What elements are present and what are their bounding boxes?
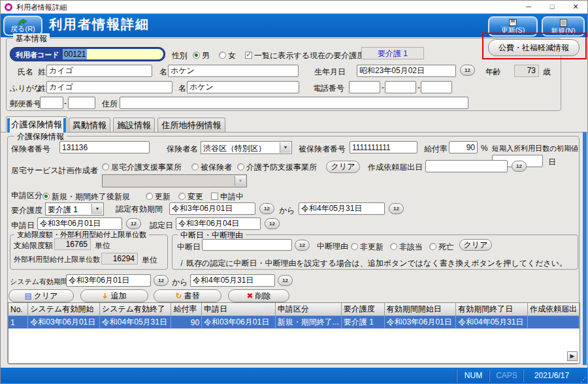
close-button[interactable]: ✕ (564, 1, 587, 13)
titlebar: 利用者情報詳細 ─ □ ✕ (1, 1, 587, 14)
insurer-name-select[interactable]: 渋谷区（特別区） ▼ (201, 141, 292, 154)
apply-date-calendar-icon[interactable]: 12 (126, 218, 141, 229)
birth-calendar-icon[interactable]: 12 (460, 65, 475, 76)
reason-clear-button[interactable]: クリア (459, 239, 492, 251)
request-date-input[interactable] (425, 160, 508, 172)
planner-radio-3[interactable]: 介護予防支援事業所 (237, 162, 317, 173)
zip-input-1[interactable] (40, 97, 63, 109)
radio-male-icon (193, 52, 200, 59)
furi-sei-input[interactable] (46, 81, 172, 93)
table-header-cell[interactable]: No. (8, 303, 28, 316)
table: No.システム有効開始システム有効終了給付率申請日申請区分要介護度有効期間開始日… (8, 303, 580, 328)
system-to-input[interactable] (190, 274, 275, 287)
zip-input-2[interactable] (68, 97, 95, 109)
tab-idou[interactable]: 異動情報 (69, 118, 110, 132)
update-button[interactable]: 更新(S) (488, 16, 538, 37)
table-header-cell[interactable]: 要介護度 (341, 303, 384, 316)
new-button-label: 新規(N) (551, 27, 575, 35)
add-button[interactable]: ➜追加 (80, 289, 148, 302)
request-date-calendar-icon[interactable]: 12 (512, 161, 527, 172)
gender-male-radio[interactable]: 男 (193, 50, 210, 61)
planner-radio-1[interactable]: 居宅介護支援事業所 (102, 162, 182, 173)
furi-mei-input[interactable] (187, 81, 299, 93)
insured-no-label: 被保険者番号 (299, 144, 346, 155)
planner-clear-button[interactable]: クリア (326, 161, 360, 173)
gender-female-radio[interactable]: 女 (219, 50, 236, 61)
care-level-select[interactable]: 要介護 1 ▼ (45, 202, 104, 216)
insured-no-input[interactable] (350, 141, 417, 153)
system-from-input[interactable] (66, 274, 151, 287)
tab-shisetsu[interactable]: 施設情報 (113, 118, 155, 132)
short-stay-label: 短期入所利用日数の初期値 (492, 144, 578, 153)
tel-input-1[interactable] (349, 81, 380, 93)
radio-female-icon (219, 52, 226, 59)
table-cell: 新規・期間終了... (275, 316, 341, 329)
show-in-list-checkbox[interactable]: 一覧に表示する (245, 50, 310, 61)
dropdown-arrow-icon[interactable]: ▼ (91, 204, 103, 214)
window-title: 利用者情報詳細 (16, 3, 67, 12)
delete-button[interactable]: ✖削除 (228, 289, 289, 302)
system-to-calendar-icon[interactable]: 12 (278, 275, 293, 286)
table-header-cell[interactable]: 給付率 (171, 303, 202, 316)
table-row[interactable]: 1令和03年06月01日令和04年05月31日90令和03年06月01日新規・期… (8, 316, 580, 329)
tel-input-3[interactable] (421, 81, 452, 93)
table-header-cell[interactable]: 申請日 (202, 303, 276, 316)
minimize-button[interactable]: ─ (517, 1, 540, 13)
valid-to-input[interactable] (299, 202, 385, 215)
reason-radio-1[interactable]: 非更新 (351, 242, 384, 253)
new-button[interactable]: 新規(N) (542, 16, 585, 37)
tab-kaigo-hoken[interactable]: 介護保険情報 (6, 116, 67, 133)
apply-date-input[interactable] (37, 217, 122, 230)
scroll-right-icon[interactable]: ▶ (567, 351, 578, 361)
interrupt-calendar-icon[interactable]: 12 (295, 240, 310, 251)
ext-value: 16294 (101, 253, 138, 264)
app-logo-icon (5, 3, 12, 11)
furi-sei-label: 姓 (38, 83, 46, 94)
cert-date-calendar-icon[interactable]: 12 (265, 218, 280, 229)
day-unit-label: 日 (548, 157, 556, 168)
benefit-input[interactable] (449, 141, 478, 153)
apply-radio-change[interactable]: 変更 (178, 191, 203, 202)
table-header-cell[interactable]: システム有効終了 (99, 303, 171, 316)
valid-to-calendar-icon[interactable]: 12 (389, 203, 404, 214)
table-header-cell[interactable]: 申請区分 (275, 303, 341, 316)
limit-unit: 単位 (95, 240, 110, 251)
apply-radio-new[interactable]: 新規・期間終了後新規 (42, 191, 130, 202)
apply-type-label: 申請区分 (11, 190, 42, 201)
insurance-legend: 介護保険情報 (14, 131, 67, 142)
dropdown-arrow-icon[interactable]: ▼ (280, 142, 291, 153)
insurer-no-input[interactable] (59, 141, 150, 153)
reason-radio-3[interactable]: 死亡 (429, 242, 454, 253)
interrupt-date-input[interactable] (202, 239, 292, 251)
user-code-input[interactable]: 00121 (63, 49, 163, 59)
birth-input[interactable] (357, 65, 456, 77)
sei-input[interactable] (46, 65, 152, 77)
checkbox-icon (245, 52, 252, 59)
table-header-cell[interactable]: 有効期間開始日 (384, 303, 456, 316)
table-header-cell[interactable]: 有効期間終了日 (456, 303, 528, 316)
system-from-calendar-icon[interactable]: 12 (154, 275, 169, 286)
clear-button[interactable]: ▤クリア (8, 289, 74, 302)
user-code-field[interactable]: 利用者コード 00121 (10, 47, 165, 61)
addr-input[interactable] (120, 97, 468, 109)
ext-label: 外部利用型給付上限単位数 (14, 255, 100, 264)
valid-from-input[interactable] (169, 202, 255, 215)
toolbar: 戻る(R) 利用者情報詳細 更新(S) 新規(N) (1, 14, 587, 37)
table-header-cell[interactable]: システム有効開始 (28, 303, 100, 316)
tel-input-2[interactable] (385, 81, 416, 93)
rewrite-button[interactable]: ↻書替 (154, 289, 221, 302)
system-period-label: システム有効期間 (10, 277, 68, 287)
applying-checkbox[interactable]: 申請中 (211, 191, 244, 202)
table-header-cell[interactable]: 作成依頼届出 (527, 303, 579, 316)
cert-date-input[interactable] (176, 217, 261, 230)
mei-label: 名 (159, 67, 167, 78)
datetime-status: 2021/6/17 16:10 (523, 370, 580, 382)
apply-radio-update[interactable]: 更新 (146, 191, 171, 202)
tab-juushochi[interactable]: 住所地特例情報 (157, 118, 225, 132)
reason-radio-2[interactable]: 非該当 (390, 242, 423, 253)
maximize-button[interactable]: □ (540, 1, 564, 13)
valid-from-calendar-icon[interactable]: 12 (259, 203, 274, 214)
mei-input[interactable] (168, 65, 299, 77)
planner-radio-2[interactable]: 被保険者 (191, 162, 232, 173)
kouhi-shafuku-button[interactable]: 公費・社福軽減情報 (488, 39, 580, 56)
